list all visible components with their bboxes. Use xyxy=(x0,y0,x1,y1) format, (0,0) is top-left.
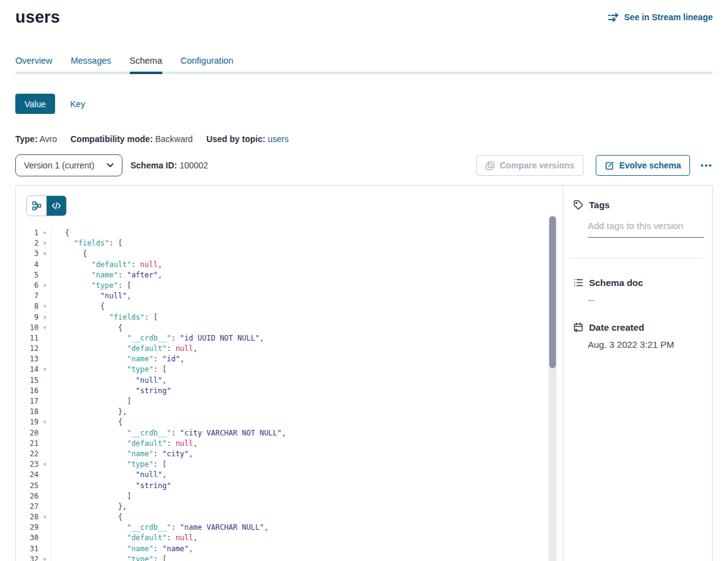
fold-gutter xyxy=(39,470,51,480)
tags-input[interactable] xyxy=(588,218,704,238)
code-line: 2▼ "fields": [ xyxy=(16,238,563,249)
value-key-toggle: Value Key xyxy=(15,94,713,114)
code-line: 20 "__crdb__": "city VARCHAR NOT NULL", xyxy=(16,428,563,439)
evolve-schema-label: Evolve schema xyxy=(619,160,681,170)
code-line: 9▼ "fields": [ xyxy=(16,312,563,323)
line-number: 17 xyxy=(16,396,39,407)
code-line-text: "default": null, xyxy=(51,533,198,543)
code-line: 24 "null", xyxy=(16,470,563,480)
code-editor[interactable]: 1▼{2▼ "fields": [3▼ {4 "default": null,5… xyxy=(16,228,563,561)
code-line-text: "__crdb__": "name VARCHAR NULL", xyxy=(51,522,268,533)
line-number: 10 xyxy=(16,323,39,333)
code-line: 3▼ { xyxy=(16,249,563,259)
key-button[interactable]: Key xyxy=(70,99,85,109)
code-line-text: "fields": [ xyxy=(51,238,122,249)
compare-versions-button[interactable]: Compare versions xyxy=(476,155,584,176)
code-view-button[interactable] xyxy=(47,196,66,216)
line-number: 14 xyxy=(16,364,39,375)
code-line: 11 "__crdb__": "id UUID NOT NULL", xyxy=(16,333,563,344)
line-number: 3 xyxy=(16,249,39,259)
schema-id-value: 100002 xyxy=(179,160,208,170)
line-number: 1 xyxy=(16,228,39,238)
stream-lineage-label: See in Stream lineage xyxy=(624,12,713,22)
code-line: 22 "name": "city", xyxy=(16,449,563,459)
fold-gutter xyxy=(39,291,51,301)
code-line-text: "string" xyxy=(51,481,171,491)
line-number: 27 xyxy=(16,502,39,512)
code-line-text: }, xyxy=(51,502,127,512)
line-number: 7 xyxy=(16,291,39,301)
code-line-text: "default": null, xyxy=(51,344,198,354)
fold-arrow-icon[interactable]: ▼ xyxy=(39,459,51,470)
fold-arrow-icon[interactable]: ▼ xyxy=(39,323,51,333)
type-label: Type: xyxy=(15,134,37,144)
fold-arrow-icon[interactable]: ▼ xyxy=(39,512,51,522)
fold-arrow-icon[interactable]: ▼ xyxy=(39,554,51,561)
code-line: 26 ] xyxy=(16,491,563,502)
fold-arrow-icon[interactable]: ▼ xyxy=(39,228,51,238)
schema-id-label: Schema ID: xyxy=(130,160,177,170)
fold-arrow-icon[interactable]: ▼ xyxy=(39,417,51,427)
vertical-scrollbar[interactable] xyxy=(549,216,557,561)
tree-view-button[interactable] xyxy=(27,196,47,216)
code-line-text: "name": "id", xyxy=(51,354,184,364)
code-line: 8▼ { xyxy=(16,301,563,312)
fold-arrow-icon[interactable]: ▼ xyxy=(39,249,51,259)
version-bar: Version 1 (current) Schema ID: 100002 Co… xyxy=(15,154,713,176)
chevron-down-icon xyxy=(107,163,114,168)
code-line-text: "null", xyxy=(51,470,167,480)
code-line-text: "name": "city", xyxy=(51,449,193,459)
line-number: 4 xyxy=(16,260,39,270)
code-line-text: "string" xyxy=(51,386,171,396)
code-line: 21 "default": null, xyxy=(16,439,563,449)
fold-arrow-icon[interactable]: ▼ xyxy=(39,301,51,312)
code-line: 12 "default": null, xyxy=(16,344,563,354)
version-select-value: Version 1 (current) xyxy=(24,160,94,170)
fold-arrow-icon[interactable]: ▼ xyxy=(39,280,51,291)
line-number: 29 xyxy=(16,522,39,533)
stream-lineage-link[interactable]: See in Stream lineage xyxy=(608,12,713,22)
line-number: 23 xyxy=(16,459,39,470)
fold-arrow-icon[interactable]: ▼ xyxy=(39,364,51,375)
line-number: 19 xyxy=(16,417,39,427)
evolve-schema-button[interactable]: Evolve schema xyxy=(596,155,690,176)
more-options-button[interactable]: ••• xyxy=(700,155,713,176)
fold-gutter xyxy=(39,491,51,502)
value-button[interactable]: Value xyxy=(15,94,55,114)
code-line-text: { xyxy=(51,323,122,333)
fold-gutter xyxy=(39,481,51,491)
fold-arrow-icon[interactable]: ▼ xyxy=(39,238,51,249)
scrollbar-thumb[interactable] xyxy=(549,216,556,368)
tags-heading: Tags xyxy=(573,200,704,210)
tab-schema[interactable]: Schema xyxy=(130,56,162,74)
code-line-text: "type": [ xyxy=(51,459,167,470)
line-number: 32 xyxy=(16,554,39,561)
line-number: 26 xyxy=(16,491,39,502)
compare-versions-label: Compare versions xyxy=(500,160,574,170)
schema-sidebar: Tags Schema doc xyxy=(563,186,712,561)
line-number: 18 xyxy=(16,407,39,417)
code-line-text: }, xyxy=(51,407,127,417)
copy-icon xyxy=(486,161,495,170)
compatibility-value: Backward xyxy=(155,134,192,144)
code-line: 6▼ "type": [ xyxy=(16,280,563,291)
date-created-heading: Date created xyxy=(573,322,704,333)
version-select[interactable]: Version 1 (current) xyxy=(15,154,122,176)
code-line: 25 "string" xyxy=(16,481,563,491)
code-line: 10▼ { xyxy=(16,323,563,333)
line-number: 25 xyxy=(16,481,39,491)
fold-gutter xyxy=(39,396,51,407)
fold-gutter xyxy=(39,502,51,512)
line-number: 22 xyxy=(16,449,39,459)
line-number: 30 xyxy=(16,533,39,543)
code-line: 29 "__crdb__": "name VARCHAR NULL", xyxy=(16,522,563,533)
fold-arrow-icon[interactable]: ▼ xyxy=(39,312,51,323)
stream-lineage-icon xyxy=(608,13,620,22)
tag-icon xyxy=(573,200,584,210)
code-line-text: "__crdb__": "city VARCHAR NOT NULL", xyxy=(51,428,286,439)
editor-view-toggle xyxy=(26,195,67,216)
code-line-text: { xyxy=(51,512,122,522)
code-line-text: "null", xyxy=(51,291,131,301)
code-line: 15 "null", xyxy=(16,375,563,386)
used-by-topic-link[interactable]: users xyxy=(268,134,288,144)
